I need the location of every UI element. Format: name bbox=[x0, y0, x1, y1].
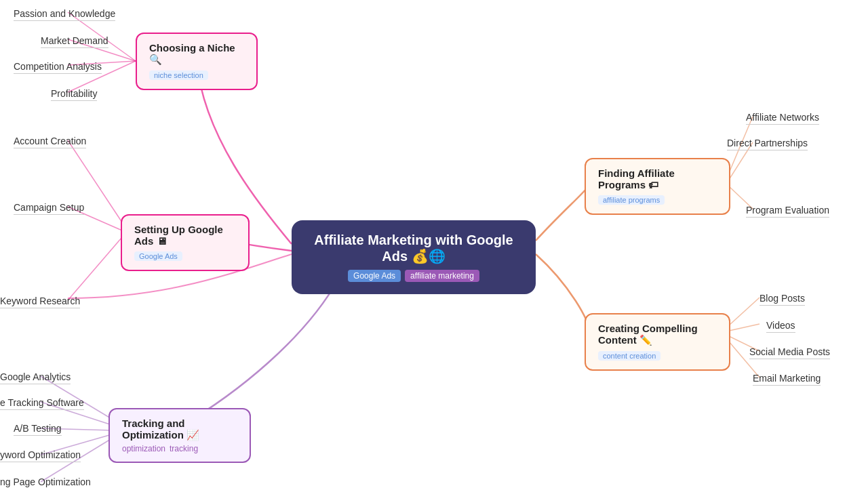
leaf-affiliate-networks: Affiliate Networks bbox=[746, 112, 819, 125]
leaf-videos: Videos bbox=[766, 320, 795, 333]
choosing-niche-tag: niche selection bbox=[149, 70, 208, 80]
finding-affiliate-node[interactable]: Finding Affiliate Programs 🏷 affiliate p… bbox=[585, 158, 730, 215]
leaf-direct-partnerships: Direct Partnerships bbox=[727, 138, 808, 150]
svg-line-6 bbox=[68, 237, 122, 300]
tracking-tag2: tracking bbox=[170, 444, 198, 453]
creating-content-node[interactable]: Creating Compelling Content ✏️ content c… bbox=[585, 313, 730, 371]
setting-up-google-ads-node[interactable]: Setting Up Google Ads 🖥 Google Ads bbox=[121, 214, 250, 271]
svg-line-15 bbox=[729, 298, 760, 325]
leaf-passion: Passion and Knowledge bbox=[14, 8, 115, 21]
central-tag-1: Google Ads bbox=[348, 270, 401, 282]
tracking-node[interactable]: Tracking and Optimization 📈 optimization… bbox=[108, 408, 251, 463]
leaf-email-marketing: Email Marketing bbox=[753, 373, 821, 386]
leaf-ab-testing: A/B Testing bbox=[14, 423, 62, 436]
leaf-keyword-research: Keyword Research bbox=[0, 296, 80, 308]
leaf-account-creation: Account Creation bbox=[14, 136, 86, 148]
finding-affiliate-title: Finding Affiliate Programs 🏷 bbox=[598, 167, 717, 190]
tracking-tag1: optimization bbox=[122, 444, 165, 453]
leaf-campaign-setup: Campaign Setup bbox=[14, 202, 84, 215]
choosing-niche-title: Choosing a Niche 🔍 bbox=[149, 42, 244, 66]
svg-line-16 bbox=[729, 324, 760, 331]
leaf-market-demand: Market Demand bbox=[41, 35, 108, 48]
leaf-keyword-optimization: yword Optimization bbox=[0, 449, 81, 462]
leaf-profitability: Profitability bbox=[51, 88, 97, 101]
leaf-google-analytics: Google Analytics bbox=[0, 371, 71, 384]
creating-content-tag: content creation bbox=[598, 351, 660, 361]
leaf-tracking-software: e Tracking Software bbox=[0, 397, 84, 410]
leaf-blog-posts: Blog Posts bbox=[760, 293, 805, 306]
tracking-title: Tracking and Optimization 📈 bbox=[122, 418, 237, 441]
leaf-page-optimization: ng Page Optimization bbox=[0, 476, 91, 488]
central-tag-2: affiliate marketing bbox=[405, 270, 479, 282]
central-node[interactable]: Affiliate Marketing with Google Ads 💰🌐 G… bbox=[292, 220, 536, 294]
finding-affiliate-tag: affiliate programs bbox=[598, 195, 665, 205]
leaf-social-media: Social Media Posts bbox=[749, 346, 830, 359]
leaf-program-evaluation: Program Evaluation bbox=[746, 205, 829, 218]
setting-up-tag: Google Ads bbox=[134, 251, 182, 261]
setting-up-title: Setting Up Google Ads 🖥 bbox=[134, 224, 236, 247]
creating-content-title: Creating Compelling Content ✏️ bbox=[598, 323, 717, 346]
central-title: Affiliate Marketing with Google Ads 💰🌐 bbox=[311, 232, 517, 264]
leaf-competition: Competition Analysis bbox=[14, 61, 102, 74]
choosing-niche-node[interactable]: Choosing a Niche 🔍 niche selection bbox=[136, 33, 258, 90]
